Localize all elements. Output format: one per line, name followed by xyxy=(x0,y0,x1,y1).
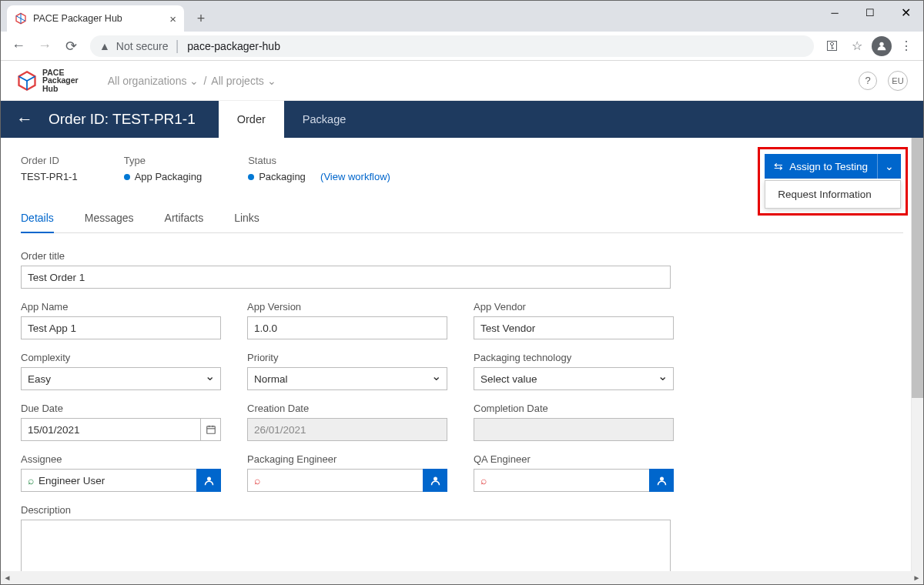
calendar-icon[interactable] xyxy=(200,418,221,441)
back-icon[interactable]: ← xyxy=(7,35,30,58)
scrollbar-horizontal[interactable]: ◄ ► xyxy=(1,571,923,584)
svg-rect-6 xyxy=(206,426,215,433)
meta-label: Order ID xyxy=(21,155,78,166)
breadcrumb-org[interactable]: All organizations ⌄ xyxy=(108,75,199,87)
browser-tab[interactable]: PACE Packager Hub × xyxy=(7,5,184,32)
profile-icon[interactable] xyxy=(871,35,892,57)
scroll-left-icon[interactable]: ◄ xyxy=(1,571,14,584)
field-pkg-tech: Packaging technology xyxy=(474,352,674,390)
pkg-eng-input[interactable]: ⌕ xyxy=(247,469,423,492)
qa-eng-label: QA Engineer xyxy=(474,453,674,465)
breadcrumb-org-label: All organizations xyxy=(108,75,187,87)
field-creation-date: Creation Date xyxy=(247,403,447,441)
security-label: Not secure xyxy=(116,40,169,52)
separator: │ xyxy=(175,40,182,52)
address-bar[interactable]: ▲ Not secure │ pace-packager-hub xyxy=(90,35,814,57)
user-picker-icon[interactable] xyxy=(196,469,221,492)
workflow-icon: ⇆ xyxy=(774,160,783,172)
window-controls: ─ ☐ ✕ xyxy=(817,1,923,24)
app-version-label: App Version xyxy=(247,301,447,313)
svg-point-3 xyxy=(879,42,883,45)
meta-order-id: Order ID TEST-PR1-1 xyxy=(21,155,78,182)
view-workflow-link[interactable]: (View workflow) xyxy=(320,171,390,182)
subtab-details[interactable]: Details xyxy=(21,204,54,233)
close-icon[interactable]: × xyxy=(162,12,176,25)
meta-type: Type App Packaging xyxy=(124,155,202,182)
scroll-right-icon[interactable]: ► xyxy=(910,571,923,584)
priority-label: Priority xyxy=(247,352,447,363)
description-label: Description xyxy=(21,504,671,516)
page-tabs: Order Package xyxy=(219,101,365,138)
meta-label: Type xyxy=(124,155,202,166)
meta-status: Status Packaging (View workflow) xyxy=(248,155,390,182)
app-name-label: App Name xyxy=(21,301,221,313)
subtab-links[interactable]: Links xyxy=(234,204,259,232)
order-title-label: Order title xyxy=(21,250,671,262)
priority-select[interactable] xyxy=(247,367,447,390)
app-name-input[interactable] xyxy=(21,316,221,339)
tab-package[interactable]: Package xyxy=(284,101,364,138)
meta-label: Status xyxy=(248,155,390,166)
meta-value: TEST-PR1-1 xyxy=(21,171,78,182)
warning-icon: ▲ xyxy=(99,40,110,52)
status-dot-icon xyxy=(124,174,130,180)
field-completion-date: Completion Date xyxy=(474,403,674,441)
menu-icon[interactable]: ⋮ xyxy=(896,35,917,57)
field-priority: Priority xyxy=(247,352,447,390)
app-logo[interactable]: PACEPackagerHub xyxy=(16,69,79,93)
tab-title: PACE Packager Hub xyxy=(33,13,122,24)
app-vendor-input[interactable] xyxy=(474,316,674,339)
chevron-down-icon[interactable]: ⌄ xyxy=(878,160,901,172)
menu-item-request-info[interactable]: Request Information xyxy=(765,181,900,208)
field-qa-engineer: QA Engineer ⌕ xyxy=(474,453,674,492)
url-text: pace-packager-hub xyxy=(187,40,280,52)
close-window-icon[interactable]: ✕ xyxy=(888,1,923,24)
user-picker-icon[interactable] xyxy=(423,469,447,492)
reload-icon[interactable]: ⟳ xyxy=(59,35,82,58)
content-area: Order ID TEST-PR1-1 Type App Packaging S… xyxy=(1,138,923,572)
key-icon[interactable]: ⚿ xyxy=(822,35,843,57)
search-icon: ⌕ xyxy=(28,475,34,486)
user-picker-icon[interactable] xyxy=(649,469,674,492)
status-dot-icon xyxy=(248,174,254,180)
subtab-messages[interactable]: Messages xyxy=(85,204,134,232)
subtab-artifacts[interactable]: Artifacts xyxy=(165,204,204,232)
assignee-input[interactable]: ⌕Engineer User xyxy=(21,469,196,492)
app-version-input[interactable] xyxy=(247,316,447,339)
breadcrumb-proj-label: All projects xyxy=(211,75,263,87)
order-meta-row: Order ID TEST-PR1-1 Type App Packaging S… xyxy=(21,155,903,182)
scrollbar-thumb[interactable] xyxy=(912,138,923,398)
search-icon: ⌕ xyxy=(254,475,260,486)
app-header: PACEPackagerHub All organizations ⌄ / Al… xyxy=(1,61,923,101)
order-title-input[interactable] xyxy=(21,266,671,289)
chevron-down-icon: ⌄ xyxy=(267,75,276,87)
due-date-input[interactable] xyxy=(21,418,200,441)
user-badge[interactable]: EU xyxy=(888,71,908,91)
new-tab-button[interactable]: + xyxy=(190,8,212,29)
action-highlight: ⇆Assign to Testing ⌄ Request Information xyxy=(758,147,908,216)
description-input[interactable] xyxy=(21,520,671,572)
qa-eng-input[interactable]: ⌕ xyxy=(474,469,649,492)
pkg-tech-select[interactable] xyxy=(474,367,674,390)
field-complexity: Complexity xyxy=(21,352,221,390)
star-icon[interactable]: ☆ xyxy=(846,35,868,57)
scrollbar-vertical[interactable] xyxy=(911,138,923,572)
maximize-icon[interactable]: ☐ xyxy=(852,1,888,24)
svg-point-12 xyxy=(660,476,664,480)
tab-order[interactable]: Order xyxy=(219,101,284,138)
field-app-name: App Name xyxy=(21,301,221,339)
svg-point-11 xyxy=(434,476,437,480)
breadcrumb-proj[interactable]: All projects ⌄ xyxy=(211,75,276,87)
field-app-vendor: App Vendor xyxy=(474,301,674,339)
cube-icon xyxy=(15,12,27,25)
help-icon[interactable]: ? xyxy=(859,72,877,90)
complexity-select[interactable] xyxy=(21,367,221,390)
completion-date-input xyxy=(474,418,674,441)
page-back-icon[interactable]: ← xyxy=(16,109,33,129)
minimize-icon[interactable]: ─ xyxy=(817,1,852,24)
assignee-label: Assignee xyxy=(21,453,221,465)
breadcrumb-separator: / xyxy=(203,75,206,87)
field-app-version: App Version xyxy=(247,301,447,339)
assign-button[interactable]: ⇆Assign to Testing ⌄ xyxy=(765,154,901,179)
field-pkg-engineer: Packaging Engineer ⌕ xyxy=(247,453,447,492)
